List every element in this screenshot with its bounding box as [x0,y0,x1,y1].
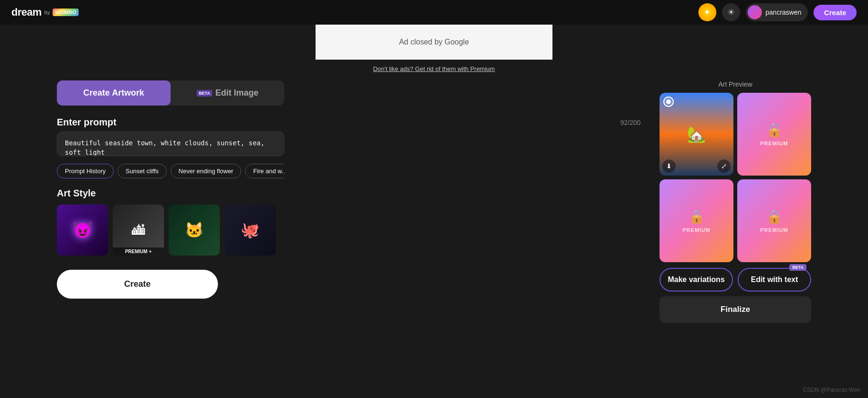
art-style-item-3[interactable]: 🐱 [169,204,220,256]
ad-link-row: Don't like ads? Get rid of them with Pre… [0,64,868,73]
art-style-icon-4: 🐙 [241,221,260,239]
chip-sunset-cliffs[interactable]: Sunset cliffs [118,164,167,178]
ad-container: Ad closed by Google [0,25,868,60]
avatar [748,5,762,19]
finalize-button[interactable]: Finalize [660,296,811,323]
chip-fire-and[interactable]: Fire and w... [245,164,284,178]
logo-dream-text: dream [11,6,42,18]
preview-select-ring-1 [663,97,674,107]
art-style-item-2[interactable]: 🏙 PREMIUM+ [113,204,164,256]
art-style-icon-2: 🏙 [132,222,145,238]
premium-label-4: PREMIUM [760,227,788,233]
art-styles-grid: 😈 🏙 PREMIUM+ 🐱 🐙 [57,204,284,256]
action-row: Make variations BETA Edit with text [660,268,811,292]
logo: dream by WOMBO [11,6,79,18]
art-style-icon-1: 😈 [72,220,93,240]
chip-never-ending-flower[interactable]: Never ending flower [171,164,242,178]
premium-icon-button[interactable]: ✦ [698,3,716,21]
watermark: CSDN @Pancras Wen [803,387,860,393]
preview-image-icon: 🏡 [687,125,706,143]
prompt-input[interactable]: Beautiful seaside town, white clouds, su… [57,132,284,156]
premium-label-2: PREMIUM [760,141,788,146]
preview-bottom-icons-1: ⬇ ⤢ [660,159,733,173]
prompt-label: Enter prompt [57,117,117,128]
lock-icon-4: 🔒 [766,209,783,224]
header-create-button[interactable]: Create [814,5,857,20]
tab-bar: Create Artwork BETAEdit Image [57,80,284,106]
tab-create-artwork[interactable]: Create Artwork [57,80,171,106]
create-button[interactable]: Create [57,270,218,299]
art-style-item-4[interactable]: 🐙 [225,204,276,256]
header: dream by WOMBO ✦ ☀ pancraswen Create [0,0,868,25]
lock-icon-3: 🔒 [688,209,705,224]
preview-grid: 🏡 ⬇ ⤢ 🔒 PREMIUM 🔒 PREMIUM [660,93,811,262]
prompt-header: Enter prompt 92/200 [57,117,641,128]
art-preview-label: Art Preview [660,80,811,88]
art-style-item-1[interactable]: 😈 [57,204,108,256]
preview-cell-2[interactable]: 🔒 PREMIUM [737,93,811,176]
beta-badge: BETA [197,90,213,97]
art-style-label: Art Style [57,188,641,199]
logo-by-text: by [45,9,50,15]
premium-label-3: PREMIUM [683,227,711,233]
header-right: ✦ ☀ pancraswen Create [698,3,857,21]
preview-cell-4[interactable]: 🔒 PREMIUM [737,179,811,262]
prompt-char-count: 92/200 [620,119,641,126]
theme-toggle-button[interactable]: ☀ [722,3,740,21]
prompt-history-chip[interactable]: Prompt History [57,164,114,178]
ad-premium-link[interactable]: Don't like ads? Get rid of them with Pre… [373,65,495,72]
preview-expand-button[interactable]: ⤢ [717,159,731,173]
user-profile-pill[interactable]: pancraswen [746,3,808,21]
tab-edit-image[interactable]: BETAEdit Image [171,80,284,106]
right-panel: Art Preview 🏡 ⬇ ⤢ 🔒 PREMIUM [660,80,811,323]
ad-banner: Ad closed by Google [316,25,552,60]
art-style-icon-3: 🐱 [185,221,204,239]
preview-download-button[interactable]: ⬇ [662,159,676,173]
logo-wombo-text: WOMBO [53,9,79,16]
edit-with-text-button[interactable]: BETA Edit with text [738,268,811,292]
preview-cell-1[interactable]: 🏡 ⬇ ⤢ [660,93,733,176]
premium-badge-2: PREMIUM+ [113,248,164,256]
left-panel: Create Artwork BETAEdit Image Enter prom… [57,80,641,323]
make-variations-button[interactable]: Make variations [660,268,733,292]
preview-cell-3[interactable]: 🔒 PREMIUM [660,179,733,262]
chips-row: Prompt History Sunset cliffs Never endin… [57,164,284,178]
lock-icon-2: 🔒 [766,122,783,138]
main-content: Create Artwork BETAEdit Image Enter prom… [0,80,868,323]
edit-beta-badge: BETA [789,264,806,271]
preview-select-dot-1 [666,99,671,104]
username: pancraswen [766,9,802,16]
